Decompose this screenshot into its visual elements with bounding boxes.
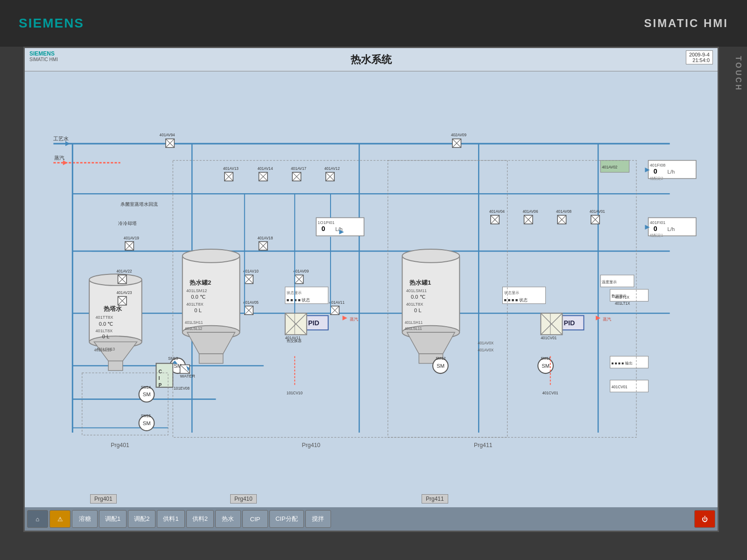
top-bar: SIEMENS SIMATIC HMI xyxy=(0,0,747,47)
svg-text:0: 0 xyxy=(654,225,657,232)
svg-text:C: C xyxy=(159,369,162,374)
svg-text:401LSL11: 401LSL11 xyxy=(405,327,423,331)
svg-text:401AV94: 401AV94 xyxy=(160,133,175,137)
warning-icon: ⚠ xyxy=(57,516,63,523)
svg-text:401AV06: 401AV06 xyxy=(522,210,538,214)
svg-text:稳配定1: 稳配定1 xyxy=(650,233,663,238)
svg-text:热水罐2: 热水罐2 xyxy=(189,279,211,286)
svg-text:冷冷却塔: 冷冷却塔 xyxy=(118,221,137,226)
prg401-label[interactable]: Prg401 xyxy=(90,494,117,503)
svg-text:401LSM13: 401LSM13 xyxy=(97,347,115,351)
svg-text:I: I xyxy=(159,376,160,381)
svg-text:401AV10: 401AV10 xyxy=(243,269,259,273)
nav-hotwater-button[interactable]: 热水 xyxy=(215,510,241,528)
svg-text:蒸汽: 蒸汽 xyxy=(603,317,611,322)
svg-text:401AV09: 401AV09 xyxy=(293,269,309,273)
prg411-label[interactable]: Prg411 xyxy=(422,494,448,503)
svg-point-32 xyxy=(183,249,240,263)
svg-text:401AV05: 401AV05 xyxy=(243,301,259,305)
svg-rect-24 xyxy=(108,361,123,371)
nav-melt-button[interactable]: 溶糖 xyxy=(72,510,98,528)
svg-text:0.0 ℃: 0.0 ℃ xyxy=(99,321,113,327)
svg-text:蒸汽: 蒸汽 xyxy=(54,155,64,161)
svg-text:L/h: L/h xyxy=(668,169,675,175)
svg-text:401FI01: 401FI01 xyxy=(650,220,666,225)
svg-text:Prg411: Prg411 xyxy=(474,442,493,448)
svg-text:101EV08: 101EV08 xyxy=(174,386,190,391)
svg-text:401FI08: 401FI08 xyxy=(650,163,666,168)
diagram-area: 工艺水 蒸汽 杀菌室蒸塔水回流 冷冷却塔 xyxy=(25,71,718,507)
svg-text:401AV22: 401AV22 xyxy=(117,269,132,273)
svg-point-21 xyxy=(89,274,142,286)
svg-text:热水罐1: 热水罐1 xyxy=(409,279,431,286)
svg-text:401AV23: 401AV23 xyxy=(117,291,132,295)
svg-text:SM: SM xyxy=(542,363,550,369)
svg-text:401CV01: 401CV01 xyxy=(612,385,628,389)
hmi-header: SIEMENS SIMATIC HMI 热水系统 2009-9-4 21:54:… xyxy=(25,48,718,71)
svg-text:401CV01: 401CV01 xyxy=(541,336,557,340)
svg-text:401AV12: 401AV12 xyxy=(324,167,340,171)
svg-text:401LSH11: 401LSH11 xyxy=(185,321,203,325)
svg-text:0  L: 0 L xyxy=(414,308,422,313)
hmi-brand: SIEMENS SIMATIC HMI xyxy=(29,50,58,62)
prg410-label[interactable]: Prg410 xyxy=(230,494,257,503)
svg-text:蒸汽: 蒸汽 xyxy=(350,317,358,322)
hmi-time: 21:54:0 xyxy=(689,57,710,63)
svg-text:热交换器: 热交换器 xyxy=(287,339,302,343)
device-frame: SIEMENS SIMATIC HMI TOUCH SIEMENS SIMATI… xyxy=(0,0,747,560)
nav-supply2-button[interactable]: 供料2 xyxy=(186,510,214,528)
nav-stir-label: 搅拌 xyxy=(312,515,324,523)
svg-text:SM12: SM12 xyxy=(436,357,446,361)
hmi-siemens-logo: SIEMENS xyxy=(29,50,58,57)
nav-blend2-button[interactable]: 调配2 xyxy=(128,510,155,528)
nav-blend1-label: 调配1 xyxy=(105,515,120,523)
svg-text:1O1PI01: 1O1PI01 xyxy=(317,220,334,225)
svg-text:401AV13: 401AV13 xyxy=(223,167,239,171)
nav-warning-button[interactable]: ⚠ xyxy=(49,510,70,528)
svg-text:401IT1X: 401IT1X xyxy=(615,295,629,300)
nav-home-button[interactable]: ⌂ xyxy=(27,510,48,528)
svg-text:热塔水: 热塔水 xyxy=(103,305,122,312)
svg-text:401LSM12: 401LSM12 xyxy=(186,288,207,293)
svg-text:401LT8X: 401LT8X xyxy=(406,302,423,307)
nav-bar: ⌂ ⚠ 溶糖 调配1 调配2 供料1 供料2 热水 xyxy=(25,507,718,531)
simatic-hmi-label: SIMATIC HMI xyxy=(644,17,728,30)
hmi-datetime: 2009-9-4 21:54:0 xyxy=(686,50,713,64)
nav-cipdist-button[interactable]: CIP分配 xyxy=(269,510,304,528)
svg-text:401LT8X: 401LT8X xyxy=(95,329,113,333)
svg-text:SM: SM xyxy=(143,420,151,426)
svg-text:401LT1X: 401LT1X xyxy=(615,301,630,306)
nav-hotwater-label: 热水 xyxy=(222,515,234,523)
svg-text:401AV01: 401AV01 xyxy=(590,210,605,214)
svg-text:0.0 ℃: 0.0 ℃ xyxy=(411,294,425,300)
svg-text:杀菌室蒸塔水回流: 杀菌室蒸塔水回流 xyxy=(120,202,158,207)
svg-text:SM15: SM15 xyxy=(141,414,151,418)
svg-text:■ ■ ■ ■ 状态: ■ ■ ■ ■ 状态 xyxy=(287,298,310,302)
hmi-date: 2009-9-4 xyxy=(689,52,710,57)
nav-melt-label: 溶糖 xyxy=(79,515,91,523)
power-icon: ⏻ xyxy=(702,516,708,523)
svg-text:工艺水: 工艺水 xyxy=(53,136,69,141)
svg-text:0  L: 0 L xyxy=(102,334,110,339)
nav-supply1-button[interactable]: 供料1 xyxy=(157,510,184,528)
nav-cip-label: CIP xyxy=(250,516,261,523)
nav-blend1-button[interactable]: 调配1 xyxy=(99,510,127,528)
svg-text:401AV17: 401AV17 xyxy=(291,167,306,171)
svg-text:401TT8X: 401TT8X xyxy=(95,315,113,320)
svg-text:状态显示: 状态显示 xyxy=(504,291,519,295)
svg-rect-35 xyxy=(199,354,223,363)
svg-text:温度显示: 温度显示 xyxy=(602,280,617,284)
svg-text:402AV09: 402AV09 xyxy=(451,133,466,137)
svg-text:PID: PID xyxy=(308,319,319,327)
nav-stir-button[interactable]: 搅拌 xyxy=(305,510,331,528)
hmi-simatic-label: SIMATIC HMI xyxy=(29,57,58,62)
svg-text:Prg401: Prg401 xyxy=(111,442,129,448)
svg-text:401AV0X: 401AV0X xyxy=(478,348,493,352)
svg-text:P: P xyxy=(159,383,162,388)
svg-text:SM11: SM11 xyxy=(541,357,551,361)
svg-text:401LSH11: 401LSH11 xyxy=(405,321,423,325)
touch-label: TOUCH xyxy=(734,56,742,92)
nav-power-button[interactable]: ⏻ xyxy=(694,510,715,528)
svg-text:401AV18: 401AV18 xyxy=(257,236,273,240)
nav-cip-button[interactable]: CIP xyxy=(242,510,268,528)
